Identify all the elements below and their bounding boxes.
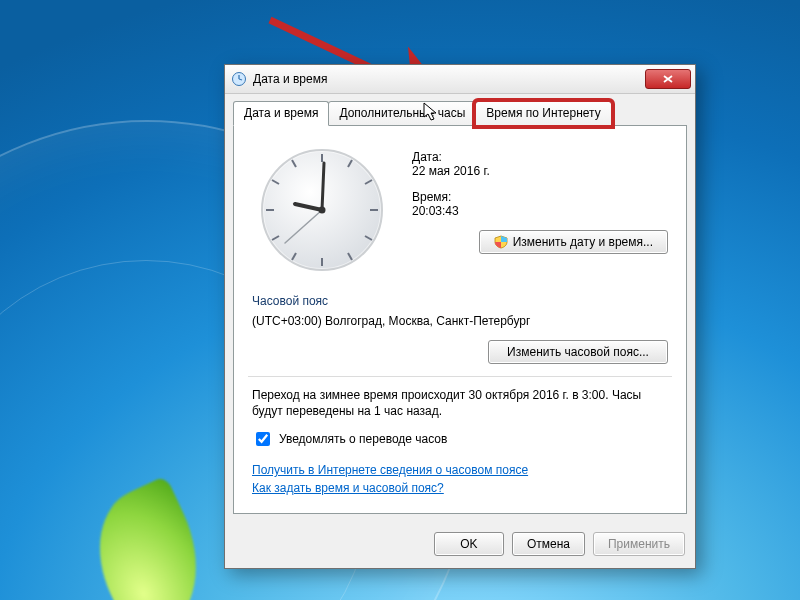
- tab-row: Дата и время Дополнительные часы Время п…: [225, 94, 695, 125]
- timezone-value: (UTC+03:00) Волгоград, Москва, Санкт-Пет…: [252, 314, 668, 328]
- time-value: 20:03:43: [412, 204, 668, 218]
- window-title: Дата и время: [253, 72, 645, 86]
- timezone-heading: Часовой пояс: [252, 294, 668, 308]
- tab-additional-clocks[interactable]: Дополнительные часы: [328, 101, 476, 126]
- timezone-info-link[interactable]: Получить в Интернете сведения о часовом …: [252, 463, 528, 477]
- dst-info-text: Переход на зимнее время происходит 30 ок…: [252, 387, 668, 419]
- change-date-time-button[interactable]: Изменить дату и время...: [479, 230, 668, 254]
- svg-point-18: [319, 207, 326, 214]
- change-date-time-label: Изменить дату и время...: [513, 235, 653, 249]
- uac-shield-icon: [494, 235, 508, 249]
- tab-date-and-time[interactable]: Дата и время: [233, 101, 329, 126]
- change-timezone-button[interactable]: Изменить часовой пояс...: [488, 340, 668, 364]
- close-icon: [663, 75, 673, 83]
- divider: [248, 376, 672, 377]
- minute-hand: [322, 163, 324, 210]
- tab-panel: Дата: 22 мая 2016 г. Время: 20:03:43 Изм…: [233, 125, 687, 514]
- titlebar[interactable]: Дата и время: [225, 65, 695, 94]
- dialog-footer: OK Отмена Применить: [225, 522, 695, 568]
- cancel-button[interactable]: Отмена: [512, 532, 585, 556]
- desktop-background: Дата и время Дата и время Дополнительные…: [0, 0, 800, 600]
- analog-clock: [252, 140, 392, 280]
- how-to-set-time-link[interactable]: Как задать время и часовой пояс?: [252, 481, 444, 495]
- notify-dst-checkbox[interactable]: [256, 432, 270, 446]
- apply-button: Применить: [593, 532, 685, 556]
- date-label: Дата:: [412, 150, 668, 164]
- tab-internet-time[interactable]: Время по Интернету: [475, 101, 611, 126]
- notify-dst-row[interactable]: Уведомлять о переводе часов: [252, 429, 668, 449]
- ok-button[interactable]: OK: [434, 532, 504, 556]
- notify-dst-label: Уведомлять о переводе часов: [279, 432, 447, 446]
- app-icon: [231, 71, 247, 87]
- date-time-dialog: Дата и время Дата и время Дополнительные…: [224, 64, 696, 569]
- time-label: Время:: [412, 190, 668, 204]
- date-value: 22 мая 2016 г.: [412, 164, 668, 178]
- close-button[interactable]: [645, 69, 691, 89]
